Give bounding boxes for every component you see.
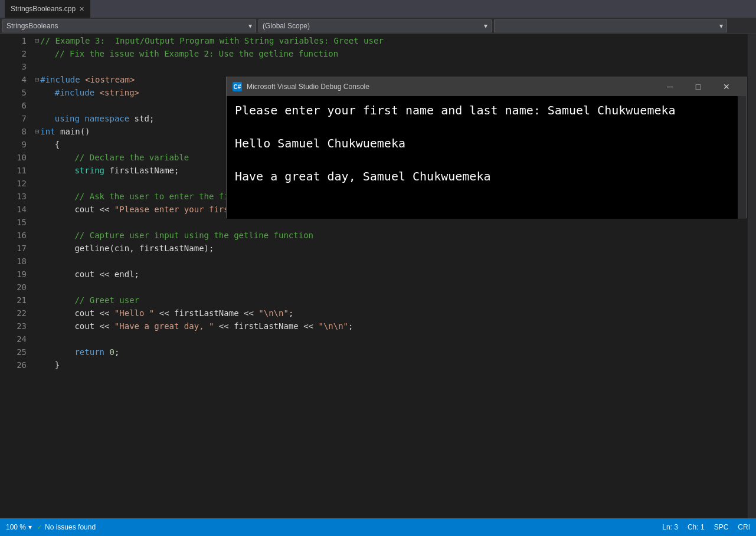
- code-line: [32, 60, 748, 73]
- debug-line-5: Have a great day, Samuel Chukwuemeka: [235, 168, 738, 185]
- code-line: cout << "Hello " << firstLastName << "\n…: [32, 307, 748, 320]
- tab-label: StringsBooleans.cpp: [11, 5, 76, 13]
- line-number-status: Ln: 3: [662, 523, 678, 531]
- line-ending-status: CRI: [738, 523, 750, 531]
- vertical-scrollbar[interactable]: [748, 34, 756, 518]
- code-line: [32, 333, 748, 346]
- code-line: ⊟// Example 3: Input/Output Program with…: [32, 34, 748, 47]
- extra-dropdown[interactable]: ▾: [494, 19, 727, 32]
- file-dropdown[interactable]: StringsBooleans ▾: [2, 19, 256, 32]
- zoom-control[interactable]: 100 % ▾: [6, 523, 32, 531]
- zoom-arrow: ▾: [28, 523, 32, 531]
- debug-icon-text: C#: [234, 84, 241, 90]
- code-line: [32, 281, 748, 294]
- file-dropdown-label: StringsBooleans: [6, 22, 58, 30]
- code-line: getline(cin, firstLastName);: [32, 242, 748, 255]
- code-line: // Greet user: [32, 294, 748, 307]
- debug-line-3: Hello Samuel Chukwuemeka: [235, 135, 738, 152]
- zoom-value: 100 %: [6, 523, 26, 531]
- maximize-button[interactable]: □: [685, 77, 712, 96]
- title-bar: StringsBooleans.cpp ✕: [0, 0, 756, 18]
- scope-dropdown-label: (Global Scope): [263, 22, 310, 30]
- status-text: No issues found: [45, 523, 96, 531]
- debug-icon: C#: [233, 82, 242, 91]
- file-dropdown-arrow: ▾: [248, 22, 252, 30]
- extra-dropdown-arrow: ▾: [719, 22, 723, 30]
- window-controls: ─ □ ✕: [656, 77, 740, 96]
- tab-close-button[interactable]: ✕: [79, 5, 84, 13]
- toolbar: StringsBooleans ▾ (Global Scope) ▾ ▾: [0, 18, 756, 34]
- encoding-status: SPC: [714, 523, 729, 531]
- file-tab[interactable]: StringsBooleans.cpp ✕: [5, 0, 90, 18]
- line-numbers: 1234567891011121314151617181920212223242…: [0, 34, 32, 518]
- code-line: // Fix the issue with Example 2: Use the…: [32, 47, 748, 60]
- debug-output: Please enter your first name and last na…: [227, 96, 746, 219]
- code-line: return 0;: [32, 346, 748, 359]
- code-line: }: [32, 359, 748, 371]
- scope-dropdown[interactable]: (Global Scope) ▾: [258, 19, 492, 32]
- debug-title-bar: C# Microsoft Visual Studio Debug Console…: [227, 77, 746, 96]
- close-button[interactable]: ✕: [713, 77, 740, 96]
- status-right-section: Ln: 3 Ch: 1 SPC CRI: [662, 523, 750, 531]
- status-bar: 100 % ▾ ✓ No issues found Ln: 3 Ch: 1 SP…: [0, 518, 756, 536]
- status-check-icon: ✓: [37, 523, 42, 531]
- no-issues-status: ✓ No issues found: [37, 523, 96, 531]
- code-line: [32, 255, 748, 268]
- code-line: // Capture user input using the getline …: [32, 229, 748, 242]
- debug-line-2: [235, 119, 738, 135]
- debug-scrollbar[interactable]: [738, 96, 746, 219]
- debug-line-4: [235, 152, 738, 168]
- minimize-button[interactable]: ─: [656, 77, 683, 96]
- code-line: cout << endl;: [32, 268, 748, 281]
- debug-console-window: C# Microsoft Visual Studio Debug Console…: [226, 77, 747, 218]
- debug-line-1: Please enter your first name and last na…: [235, 102, 738, 119]
- column-status: Ch: 1: [688, 523, 705, 531]
- scope-dropdown-arrow: ▾: [484, 22, 487, 30]
- code-line: cout << "Have a great day, " << firstLas…: [32, 320, 748, 333]
- debug-title-text: Microsoft Visual Studio Debug Console: [247, 83, 652, 91]
